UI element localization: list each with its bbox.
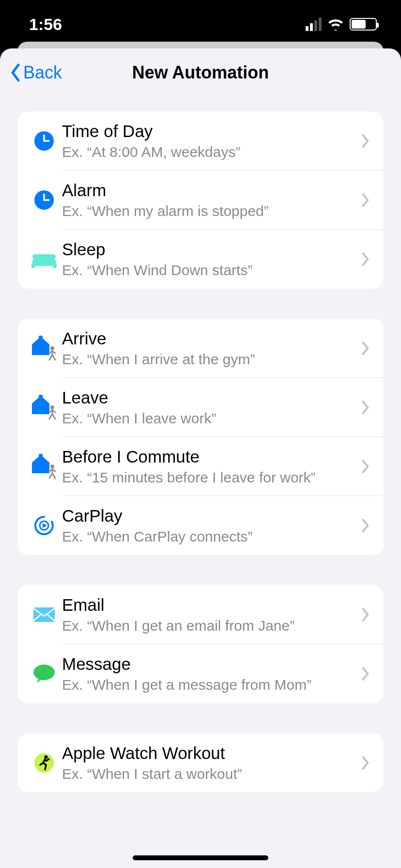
trigger-row-message[interactable]: MessageEx. “When I get a message from Mo… (17, 644, 384, 703)
chevron-right-icon (361, 193, 370, 207)
trigger-group-location: ArriveEx. “When I arrive at the gym” Lea… (17, 319, 384, 555)
trigger-group-communication: EmailEx. “When I get an email from Jane”… (17, 585, 384, 703)
chevron-right-icon (361, 134, 370, 148)
trigger-row-sleep[interactable]: SleepEx. “When Wind Down starts” (17, 230, 384, 289)
chevron-right-icon (361, 666, 370, 681)
trigger-group-workout: Apple Watch WorkoutEx. “When I start a w… (17, 733, 384, 792)
status-right (306, 17, 377, 31)
row-title: Arrive (62, 328, 361, 349)
chevron-right-icon (361, 400, 370, 415)
svg-rect-8 (39, 395, 43, 399)
content-scroll[interactable]: Time of DayEx. “At 8:00 AM, weekdays” Al… (0, 97, 401, 868)
battery-icon (350, 18, 377, 31)
page-title: New Automation (132, 62, 269, 83)
trigger-row-leave[interactable]: LeaveEx. “When I leave work” (17, 378, 384, 437)
row-sub: Ex. “When I start a workout” (62, 765, 361, 783)
svg-rect-2 (32, 254, 56, 259)
row-title: Leave (62, 388, 361, 408)
svg-rect-6 (39, 336, 43, 340)
row-title: Sleep (62, 239, 361, 260)
nav-bar: Back New Automation (0, 48, 401, 97)
home-indicator (133, 855, 268, 860)
trigger-row-before-commute[interactable]: Before I CommuteEx. “15 minutes before I… (17, 437, 384, 496)
row-sub: Ex. “When CarPlay connects” (62, 528, 361, 545)
status-bar: 1:56 (0, 0, 401, 48)
trigger-row-email[interactable]: EmailEx. “When I get an email from Jane” (17, 585, 384, 644)
row-title: CarPlay (62, 506, 361, 526)
house-person-icon (30, 395, 58, 420)
house-person-icon (30, 454, 58, 479)
sheet: Back New Automation Time of DayEx. “At 8… (0, 48, 401, 868)
row-title: Before I Commute (62, 447, 361, 467)
back-label: Back (23, 62, 62, 83)
row-title: Apple Watch Workout (62, 743, 361, 763)
back-button[interactable]: Back (9, 62, 62, 83)
svg-rect-4 (31, 263, 35, 268)
row-sub: Ex. “When Wind Down starts” (62, 262, 361, 279)
trigger-row-arrive[interactable]: ArriveEx. “When I arrive at the gym” (17, 319, 384, 378)
trigger-group-time: Time of DayEx. “At 8:00 AM, weekdays” Al… (17, 111, 384, 289)
chevron-right-icon (361, 341, 370, 356)
chevron-right-icon (361, 252, 370, 266)
row-sub: Ex. “When I get a message from Mom” (62, 676, 361, 694)
chevron-right-icon (361, 459, 370, 474)
svg-rect-13 (33, 607, 55, 622)
row-title: Message (62, 654, 361, 674)
wifi-icon (327, 18, 344, 31)
house-person-icon (30, 336, 58, 361)
chevron-right-icon (361, 607, 370, 622)
trigger-row-alarm[interactable]: AlarmEx. “When my alarm is stopped” (17, 170, 384, 230)
trigger-row-workout[interactable]: Apple Watch WorkoutEx. “When I start a w… (17, 733, 384, 792)
svg-rect-5 (53, 263, 57, 268)
svg-point-14 (33, 665, 55, 680)
svg-rect-3 (32, 259, 56, 266)
row-sub: Ex. “When I get an email from Jane” (62, 617, 361, 635)
clock-icon (33, 130, 55, 152)
chevron-right-icon (361, 518, 370, 533)
carplay-icon (33, 515, 55, 536)
cellular-icon (306, 17, 322, 31)
row-title: Time of Day (62, 121, 361, 141)
clock-icon (33, 189, 55, 211)
row-title: Email (62, 595, 361, 615)
row-sub: Ex. “When I leave work” (62, 410, 361, 427)
row-sub: Ex. “At 8:00 AM, weekdays” (62, 143, 361, 161)
trigger-row-time-of-day[interactable]: Time of DayEx. “At 8:00 AM, weekdays” (17, 111, 384, 170)
chevron-left-icon (9, 63, 21, 82)
trigger-row-carplay[interactable]: CarPlayEx. “When CarPlay connects” (17, 496, 384, 555)
chevron-right-icon (361, 756, 370, 770)
svg-rect-10 (39, 454, 43, 458)
workout-icon (33, 752, 55, 774)
row-sub: Ex. “When my alarm is stopped” (62, 202, 361, 220)
bed-icon (31, 250, 57, 268)
row-sub: Ex. “When I arrive at the gym” (62, 351, 361, 368)
status-time: 1:56 (29, 15, 62, 34)
row-title: Alarm (62, 180, 361, 201)
mail-icon (32, 606, 56, 623)
message-icon (32, 664, 56, 684)
row-sub: Ex. “15 minutes before I leave for work” (62, 469, 361, 486)
